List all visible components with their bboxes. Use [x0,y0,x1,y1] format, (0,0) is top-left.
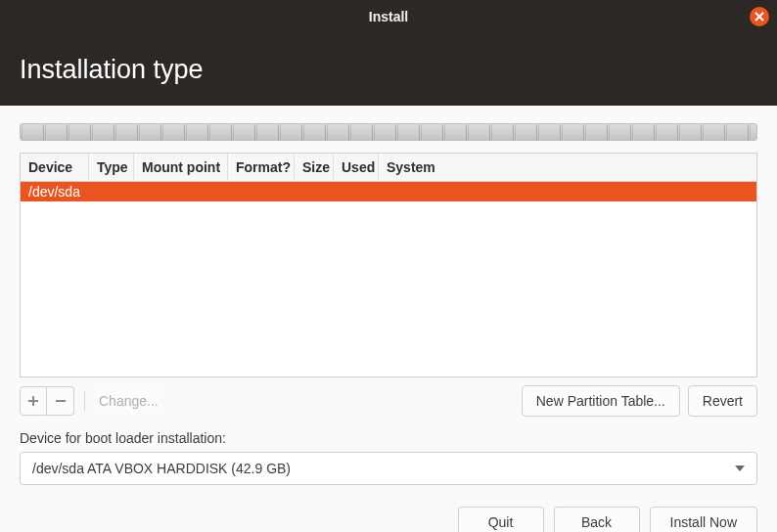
col-system[interactable]: System [379,154,756,181]
toolbar-left: Change... [20,386,162,416]
partition-bar[interactable] [20,123,757,141]
bootloader-device-select[interactable]: /dev/sda ATA VBOX HARDDISK (42.9 GB) [20,452,757,485]
back-button[interactable]: Back [554,507,640,532]
row-type [89,182,134,201]
partition-toolbar: Change... New Partition Table... Revert [20,385,757,417]
col-size[interactable]: Size [295,154,334,181]
minus-icon [55,395,67,407]
titlebar: Install [0,0,777,33]
bootloader-selected-value: /dev/sda ATA VBOX HARDDISK (42.9 GB) [32,461,291,476]
window-title: Install [369,9,408,24]
col-device[interactable]: Device [21,154,89,181]
change-partition-button[interactable]: Change... [95,387,162,415]
plus-icon [27,395,39,407]
row-system [379,182,756,201]
table-row[interactable]: /dev/sda [21,182,756,201]
col-mount[interactable]: Mount point [134,154,228,181]
quit-button[interactable]: Quit [458,507,544,532]
close-icon [754,12,764,22]
bootloader-label: Device for boot loader installation: [20,430,757,446]
table-header: Device Type Mount point Format? Size Use… [21,154,756,182]
row-device: /dev/sda [21,182,89,201]
wizard-nav: Quit Back Install Now [20,507,757,532]
page-heading: Installation type [20,55,204,85]
revert-button[interactable]: Revert [688,385,757,417]
col-used[interactable]: Used [334,154,379,181]
content-area: Device Type Mount point Format? Size Use… [0,106,777,532]
header: Installation type [0,33,777,106]
row-size [295,182,334,201]
close-button[interactable] [750,7,769,26]
new-partition-table-button[interactable]: New Partition Table... [522,385,680,417]
remove-partition-button[interactable] [47,386,74,416]
install-now-button[interactable]: Install Now [650,507,757,532]
col-type[interactable]: Type [89,154,134,181]
row-format [228,182,295,201]
col-format[interactable]: Format? [228,154,295,181]
add-partition-button[interactable] [20,386,47,416]
row-mount [134,182,228,201]
toolbar-separator [84,391,85,411]
row-used [334,182,379,201]
table-body[interactable]: /dev/sda [21,182,756,377]
toolbar-right: New Partition Table... Revert [522,385,757,417]
partition-table: Device Type Mount point Format? Size Use… [20,153,757,377]
